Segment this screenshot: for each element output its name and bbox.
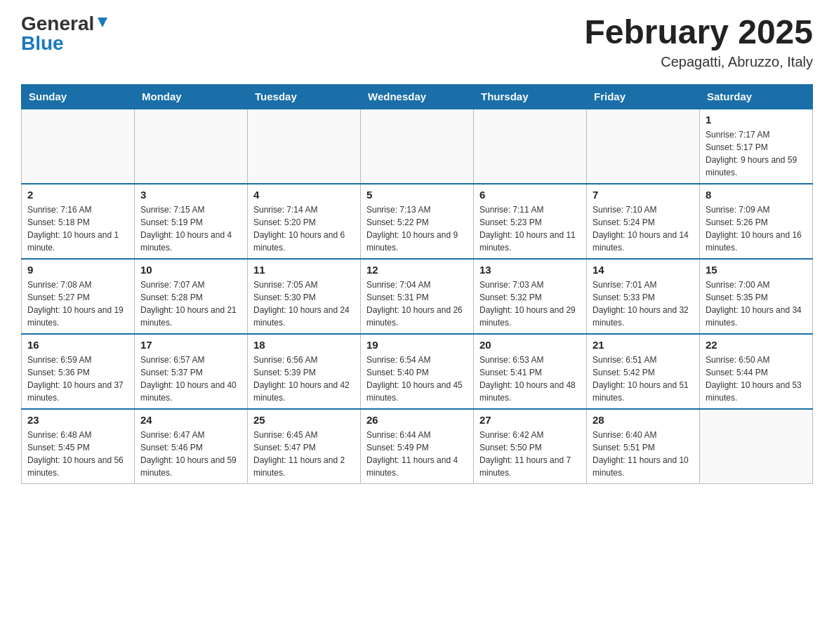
logo: General Blue [21,14,110,55]
day-info: Sunrise: 7:16 AMSunset: 5:18 PMDaylight:… [27,203,128,254]
day-number: 25 [253,414,355,426]
day-number: 20 [479,339,581,351]
table-row [587,109,700,184]
day-number: 6 [479,189,581,201]
table-row: 27Sunrise: 6:42 AMSunset: 5:50 PMDayligh… [474,409,587,484]
table-row: 28Sunrise: 6:40 AMSunset: 5:51 PMDayligh… [587,409,700,484]
day-number: 10 [140,264,241,276]
col-saturday: Saturday [700,84,813,109]
logo-triangle-icon [95,15,110,30]
day-number: 19 [366,339,468,351]
table-row: 18Sunrise: 6:56 AMSunset: 5:39 PMDayligh… [248,334,361,409]
day-info: Sunrise: 7:13 AMSunset: 5:22 PMDaylight:… [366,203,468,254]
day-info: Sunrise: 7:04 AMSunset: 5:31 PMDaylight:… [366,279,468,329]
table-row: 5Sunrise: 7:13 AMSunset: 5:22 PMDaylight… [361,184,474,259]
day-info: Sunrise: 7:11 AMSunset: 5:23 PMDaylight:… [479,203,581,254]
day-info: Sunrise: 7:15 AMSunset: 5:19 PMDaylight:… [140,203,241,254]
logo-blue: Blue [21,32,64,55]
day-number: 21 [593,339,694,351]
day-info: Sunrise: 7:08 AMSunset: 5:27 PMDaylight:… [27,279,128,329]
day-info: Sunrise: 6:54 AMSunset: 5:40 PMDaylight:… [366,354,468,404]
table-row [361,109,474,184]
day-number: 13 [479,264,581,276]
col-tuesday: Tuesday [248,84,361,109]
day-number: 4 [253,189,355,201]
day-info: Sunrise: 6:42 AMSunset: 5:50 PMDaylight:… [479,429,581,479]
day-info: Sunrise: 7:14 AMSunset: 5:20 PMDaylight:… [253,203,355,254]
day-info: Sunrise: 7:03 AMSunset: 5:32 PMDaylight:… [479,279,581,329]
day-number: 11 [253,264,355,276]
table-row: 21Sunrise: 6:51 AMSunset: 5:42 PMDayligh… [587,334,700,409]
table-row: 12Sunrise: 7:04 AMSunset: 5:31 PMDayligh… [361,259,474,334]
day-info: Sunrise: 6:50 AMSunset: 5:44 PMDaylight:… [706,354,807,404]
day-info: Sunrise: 6:44 AMSunset: 5:49 PMDaylight:… [366,429,468,479]
col-thursday: Thursday [474,84,587,109]
table-row: 10Sunrise: 7:07 AMSunset: 5:28 PMDayligh… [135,259,248,334]
day-info: Sunrise: 7:05 AMSunset: 5:30 PMDaylight:… [253,279,355,329]
week-row-2: 2Sunrise: 7:16 AMSunset: 5:18 PMDaylight… [22,184,813,259]
day-number: 28 [593,414,694,426]
table-row: 7Sunrise: 7:10 AMSunset: 5:24 PMDaylight… [587,184,700,259]
week-row-5: 23Sunrise: 6:48 AMSunset: 5:45 PMDayligh… [22,409,813,484]
table-row: 16Sunrise: 6:59 AMSunset: 5:36 PMDayligh… [22,334,135,409]
day-number: 7 [593,189,694,201]
table-row [22,109,135,184]
day-info: Sunrise: 7:07 AMSunset: 5:28 PMDaylight:… [140,279,241,329]
day-info: Sunrise: 7:09 AMSunset: 5:26 PMDaylight:… [706,203,807,254]
table-row: 9Sunrise: 7:08 AMSunset: 5:27 PMDaylight… [22,259,135,334]
day-info: Sunrise: 6:59 AMSunset: 5:36 PMDaylight:… [27,354,128,404]
col-monday: Monday [135,84,248,109]
calendar-subtitle: Cepagatti, Abruzzo, Italy [584,54,813,70]
day-number: 26 [366,414,468,426]
table-row: 13Sunrise: 7:03 AMSunset: 5:32 PMDayligh… [474,259,587,334]
day-number: 3 [140,189,241,201]
col-wednesday: Wednesday [361,84,474,109]
calendar-header-row: Sunday Monday Tuesday Wednesday Thursday… [22,84,813,109]
calendar-title: February 2025 [584,14,813,51]
day-number: 9 [27,264,128,276]
day-info: Sunrise: 6:53 AMSunset: 5:41 PMDaylight:… [479,354,581,404]
day-info: Sunrise: 6:48 AMSunset: 5:45 PMDaylight:… [27,429,128,479]
day-info: Sunrise: 6:47 AMSunset: 5:46 PMDaylight:… [140,429,241,479]
svg-marker-0 [98,18,107,27]
table-row: 2Sunrise: 7:16 AMSunset: 5:18 PMDaylight… [22,184,135,259]
day-number: 18 [253,339,355,351]
page-header: General Blue February 2025 Cepagatti, Ab… [21,14,813,70]
table-row: 1Sunrise: 7:17 AMSunset: 5:17 PMDaylight… [700,109,813,184]
day-info: Sunrise: 7:10 AMSunset: 5:24 PMDaylight:… [593,203,694,254]
table-row: 8Sunrise: 7:09 AMSunset: 5:26 PMDaylight… [700,184,813,259]
table-row: 15Sunrise: 7:00 AMSunset: 5:35 PMDayligh… [700,259,813,334]
table-row: 23Sunrise: 6:48 AMSunset: 5:45 PMDayligh… [22,409,135,484]
week-row-1: 1Sunrise: 7:17 AMSunset: 5:17 PMDaylight… [22,109,813,184]
day-number: 22 [706,339,807,351]
day-number: 24 [140,414,241,426]
table-row: 4Sunrise: 7:14 AMSunset: 5:20 PMDaylight… [248,184,361,259]
day-number: 2 [27,189,128,201]
day-info: Sunrise: 7:01 AMSunset: 5:33 PMDaylight:… [593,279,694,329]
table-row: 24Sunrise: 6:47 AMSunset: 5:46 PMDayligh… [135,409,248,484]
day-info: Sunrise: 6:51 AMSunset: 5:42 PMDaylight:… [593,354,694,404]
table-row: 14Sunrise: 7:01 AMSunset: 5:33 PMDayligh… [587,259,700,334]
table-row [700,409,813,484]
table-row: 22Sunrise: 6:50 AMSunset: 5:44 PMDayligh… [700,334,813,409]
day-number: 5 [366,189,468,201]
table-row: 26Sunrise: 6:44 AMSunset: 5:49 PMDayligh… [361,409,474,484]
day-info: Sunrise: 7:17 AMSunset: 5:17 PMDaylight:… [706,128,807,179]
day-number: 1 [706,114,807,126]
table-row: 17Sunrise: 6:57 AMSunset: 5:37 PMDayligh… [135,334,248,409]
title-area: February 2025 Cepagatti, Abruzzo, Italy [584,14,813,70]
table-row: 20Sunrise: 6:53 AMSunset: 5:41 PMDayligh… [474,334,587,409]
table-row: 6Sunrise: 7:11 AMSunset: 5:23 PMDaylight… [474,184,587,259]
day-number: 17 [140,339,241,351]
table-row [135,109,248,184]
day-number: 27 [479,414,581,426]
table-row: 3Sunrise: 7:15 AMSunset: 5:19 PMDaylight… [135,184,248,259]
table-row: 11Sunrise: 7:05 AMSunset: 5:30 PMDayligh… [248,259,361,334]
day-number: 8 [706,189,807,201]
col-sunday: Sunday [22,84,135,109]
week-row-4: 16Sunrise: 6:59 AMSunset: 5:36 PMDayligh… [22,334,813,409]
day-info: Sunrise: 6:56 AMSunset: 5:39 PMDaylight:… [253,354,355,404]
day-number: 12 [366,264,468,276]
week-row-3: 9Sunrise: 7:08 AMSunset: 5:27 PMDaylight… [22,259,813,334]
day-number: 23 [27,414,128,426]
